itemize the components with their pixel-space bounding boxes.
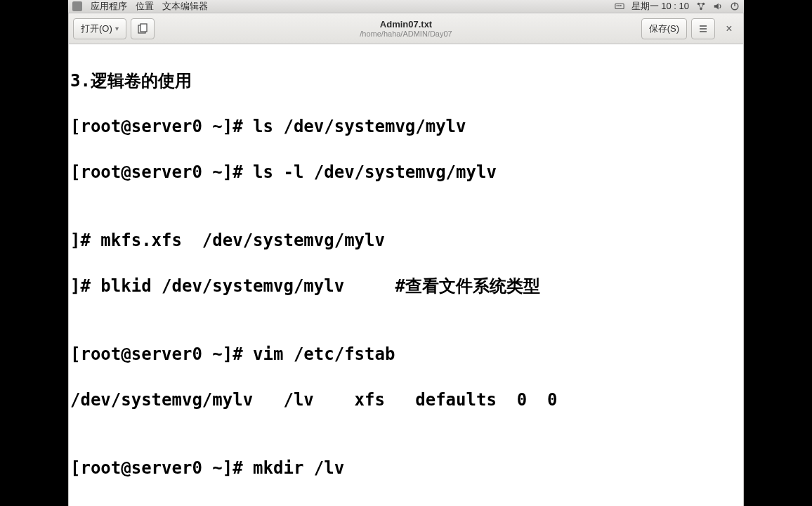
text-line: [root@server0 ~]# ls -l /dev/systemvg/my… <box>69 161 743 183</box>
editor-area[interactable]: 3.逻辑卷的使用 [root@server0 ~]# ls /dev/syste… <box>69 44 743 506</box>
text-line: [root@server0 ~]# ls /dev/systemvg/mylv <box>69 115 743 138</box>
toolbar: 打开(O) ▾ Admin07.txt /home/haha/ADMIN/Day… <box>69 13 743 44</box>
text-line: [root@server0 ~]# vim /etc/fstab <box>69 343 743 365</box>
hamburger-menu-button[interactable] <box>691 18 715 39</box>
svg-rect-2 <box>618 5 620 6</box>
text-line: [root@server0 ~]# mkdir /lv <box>69 457 743 479</box>
menu-applications[interactable]: 应用程序 <box>91 0 127 13</box>
svg-rect-1 <box>616 5 617 6</box>
svg-rect-10 <box>140 24 147 32</box>
gedit-window: 打开(O) ▾ Admin07.txt /home/haha/ADMIN/Day… <box>68 13 744 506</box>
volume-icon[interactable] <box>713 1 723 11</box>
text-line: ]# blkid /dev/systemvg/mylv #查看文件系统类型 <box>69 275 743 297</box>
svg-rect-3 <box>620 5 622 6</box>
menu-places[interactable]: 位置 <box>136 0 154 13</box>
chevron-down-icon: ▾ <box>115 25 119 32</box>
close-button[interactable]: × <box>719 22 739 35</box>
clock[interactable]: 星期一 10 : 10 <box>631 0 689 13</box>
keyboard-icon[interactable] <box>615 1 624 11</box>
network-icon[interactable] <box>696 1 706 11</box>
text-line: /dev/systemvg/mylv /lv xfs defaults 0 0 <box>69 389 743 411</box>
power-icon[interactable] <box>730 1 740 11</box>
menu-text-editor[interactable]: 文本编辑器 <box>162 0 208 13</box>
new-tab-button[interactable] <box>131 18 155 39</box>
text-line: 3.逻辑卷的使用 <box>69 70 743 92</box>
top-panel: 应用程序 位置 文本编辑器 星期一 10 : 10 <box>68 0 744 13</box>
text-line: [root@server0 ~]# mount -a <box>69 502 743 506</box>
text-line: ]# mkfs.xfs /dev/systemvg/mylv <box>69 229 743 252</box>
save-button[interactable]: 保存(S) <box>641 18 687 39</box>
open-button[interactable]: 打开(O) ▾ <box>73 18 126 39</box>
gnome-logo-icon <box>72 1 82 11</box>
